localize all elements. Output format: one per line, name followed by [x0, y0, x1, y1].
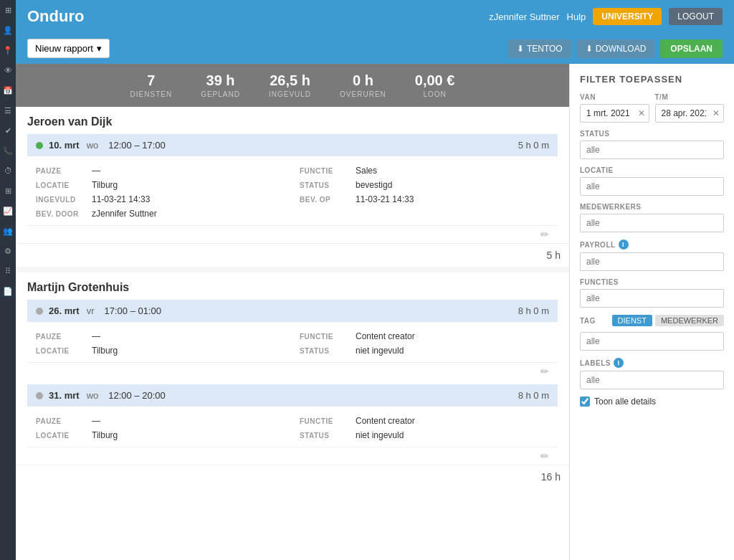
filter-payroll-label: PAYROLL i [580, 239, 724, 250]
shift-time-2-2: 12:00 – 20:00 [108, 390, 166, 401]
filter-medewerkers-group: MEDEWERKERS [580, 203, 724, 232]
opslaan-button[interactable]: OPSLAAN [660, 39, 723, 58]
filter-functies-group: FUNCTIES [580, 278, 724, 308]
sidebar-icon-chart[interactable]: 📈 [2, 205, 14, 217]
shift-header-1-1: 10. mrt wo 12:00 – 17:00 5 h 0 m [27, 134, 558, 156]
logout-button[interactable]: LOGOUT [669, 8, 723, 25]
download-icon: ⬇ [586, 44, 593, 54]
sidebar-icon-people[interactable]: 👥 [2, 225, 14, 237]
tag-medewerker-button[interactable]: MEDEWERKER [655, 315, 724, 326]
header-user: zJennifer Suttner [489, 11, 559, 22]
total-value-2: 16 h [541, 471, 561, 483]
total-value-1: 5 h [547, 250, 561, 261]
tag-dienst-button[interactable]: DIENST [612, 315, 652, 326]
edit-icon-2-2[interactable]: ✏ [540, 450, 549, 462]
stat-diensten-value: 7 [147, 72, 155, 89]
filter-status-input[interactable] [580, 141, 724, 159]
edit-row-1: ✏ [27, 226, 558, 243]
toon-details-checkbox[interactable] [580, 397, 590, 407]
tentoo-button[interactable]: ⬇ TENTOO [508, 39, 571, 58]
stat-overuren-value: 0 h [353, 72, 373, 89]
filter-tag-label: TAG [580, 317, 596, 325]
sidebar-icon-apps[interactable]: ⠿ [2, 265, 14, 277]
header-help[interactable]: Hulp [567, 11, 586, 22]
sidebar-icon-clock[interactable]: ⏱ [2, 165, 14, 176]
filter-medewerkers-label: MEDEWERKERS [580, 203, 724, 211]
new-report-button[interactable]: Nieuw rapport ▾ [27, 39, 110, 58]
sidebar-icon-doc[interactable]: 📄 [2, 285, 14, 297]
filter-van-label: VAN [580, 93, 649, 101]
sidebar-icon-grid[interactable]: ⊞ [2, 185, 14, 196]
filter-status-label: STATUS [580, 130, 724, 138]
toon-details-label[interactable]: Toon alle details [594, 397, 656, 407]
content-area: 7 DIENSTEN 39 h GEPLAND 26,5 h INGEVULD … [16, 64, 734, 560]
filter-payroll-group: PAYROLL i [580, 239, 724, 271]
detail-status-2-2: STATUS niet ingevuld [300, 428, 549, 442]
stat-gepland-value: 39 h [206, 72, 235, 89]
shift-duration-1-1: 5 h 0 m [518, 140, 549, 151]
detail-pauze-2-2: PAUZE — [36, 414, 285, 428]
sidebar-icon-gear[interactable]: ⚙ [2, 245, 14, 257]
header-right: zJennifer Suttner Hulp UNIVERSITY LOGOUT [489, 8, 723, 25]
shift-date-2-1: 26. mrt [49, 305, 80, 316]
detail-ingevuld-1: INGEVULD 11-03-21 14:33 [36, 192, 285, 207]
detail-locatie-2-1: LOCATIE Tilburg [36, 343, 285, 358]
filter-labels-group: LABELS i [580, 358, 724, 389]
filter-title: FILTER TOEPASSEN [580, 74, 724, 85]
filter-payroll-input[interactable] [580, 252, 724, 271]
sidebar-icon-check[interactable]: ✔ [2, 125, 14, 136]
toolbar: Nieuw rapport ▾ ⬇ TENTOO ⬇ DOWNLOAD OPSL… [16, 33, 734, 64]
sidebar-icon-location[interactable]: 📍 [2, 44, 14, 56]
stats-bar: 7 DIENSTEN 39 h GEPLAND 26,5 h INGEVULD … [16, 64, 569, 107]
edit-icon-2-1[interactable]: ✏ [540, 366, 549, 377]
sidebar-icon-home[interactable]: ⊞ [2, 4, 14, 16]
person-name-1: Jeroen van Dijk [27, 115, 558, 128]
filter-van-group: VAN ✕ [580, 93, 649, 123]
filter-tag-input[interactable] [580, 332, 724, 351]
toolbar-actions: ⬇ TENTOO ⬇ DOWNLOAD OPSLAAN [508, 39, 723, 58]
filter-functies-label: FUNCTIES [580, 278, 724, 286]
detail-bev-door-1: BEV. DOOR zJennifer Suttner [36, 207, 285, 221]
stat-overuren-label: OVERUREN [340, 90, 386, 98]
detail-functie-2-1: FUNCTIE Content creator [300, 329, 549, 343]
stat-gepland: 39 h GEPLAND [201, 72, 240, 98]
edit-icon-1[interactable]: ✏ [540, 229, 549, 240]
shift-dot-gray-1 [36, 308, 43, 315]
stat-loon-value: 0,00 € [415, 72, 455, 89]
edit-row-2-2: ✏ [27, 447, 558, 465]
filter-locatie-input[interactable] [580, 177, 724, 196]
shift-duration-2-2: 8 h 0 m [518, 390, 549, 401]
filter-functies-input[interactable] [580, 289, 724, 308]
download-button[interactable]: ⬇ DOWNLOAD [577, 39, 655, 58]
filter-tm-clear[interactable]: ✕ [712, 108, 720, 118]
labels-info-icon[interactable]: i [614, 358, 624, 368]
person-section-1: Jeroen van Dijk 10. mrt wo 12:00 – 17:00… [16, 107, 569, 243]
sidebar-icon-phone[interactable]: 📞 [2, 145, 14, 156]
stat-ingevuld: 26,5 h INGEVULD [269, 72, 311, 98]
filter-tag-group: TAG DIENST MEDEWERKER [580, 315, 724, 351]
sidebar-icon-eye[interactable]: 👁 [2, 65, 14, 76]
edit-row-2-1: ✏ [27, 363, 558, 380]
detail-functie-2-2: FUNCTIE Content creator [300, 414, 549, 428]
shift-dot-gray-2 [36, 392, 43, 399]
filter-medewerkers-input[interactable] [580, 214, 724, 232]
filter-van-wrapper: ✕ [580, 104, 649, 123]
sidebar-icon-calendar[interactable]: 📅 [2, 85, 14, 96]
stat-loon: 0,00 € LOON [415, 72, 455, 98]
chevron-down-icon: ▾ [97, 43, 102, 54]
detail-pauze-1: PAUZE — [36, 163, 285, 178]
university-button[interactable]: UNIVERSITY [593, 8, 662, 25]
new-report-label: Nieuw rapport [35, 43, 93, 54]
shift-date-2-2: 31. mrt [49, 390, 80, 401]
header: Onduro zJennifer Suttner Hulp UNIVERSITY… [16, 0, 734, 33]
filter-van-clear[interactable]: ✕ [638, 108, 645, 118]
filter-labels-input[interactable] [580, 371, 724, 389]
filter-locatie-label: LOCATIE [580, 166, 724, 174]
sidebar-icon-user[interactable]: 👤 [2, 24, 14, 36]
sidebar-icon-list[interactable]: ☰ [2, 105, 14, 116]
shift-header-2-2: 31. mrt wo 12:00 – 20:00 8 h 0 m [27, 384, 558, 407]
shift-details-1-1: PAUZE — LOCATIE Tilburg INGEVULD 11-03-2… [27, 156, 558, 226]
filter-tm-group: T/M ✕ [655, 93, 725, 123]
detail-locatie-1: LOCATIE Tilburg [36, 178, 285, 192]
payroll-info-icon[interactable]: i [619, 239, 629, 250]
